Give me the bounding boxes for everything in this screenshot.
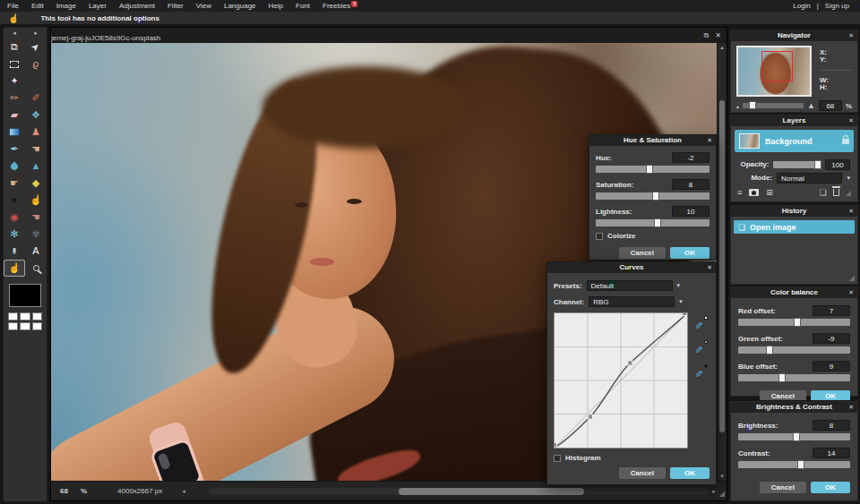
blue-offset-slider[interactable] <box>738 374 850 381</box>
green-offset-thumb[interactable] <box>766 346 773 355</box>
flower-tool[interactable]: ✾ <box>25 226 47 243</box>
patch-tool[interactable]: ❖ <box>25 107 47 124</box>
lock-icon[interactable] <box>842 139 849 144</box>
swatch[interactable] <box>20 322 30 330</box>
brush-tool[interactable]: ✐ <box>25 90 47 107</box>
smudge-hand-tool[interactable]: ☚ <box>25 141 47 158</box>
sponge-tool[interactable]: ◆ <box>25 175 47 192</box>
finger-tool[interactable]: ☛ <box>4 175 25 192</box>
blue-offset-value[interactable]: 9 <box>813 361 850 372</box>
vertical-scroll-thumb[interactable] <box>719 100 725 433</box>
menu-item-edit[interactable]: Edit <box>31 2 44 10</box>
type-tool[interactable]: A <box>25 243 47 260</box>
chevron-down-icon[interactable]: ▾ <box>847 175 850 182</box>
burn-tool[interactable]: ● <box>4 192 25 209</box>
curve-graph[interactable] <box>554 312 688 448</box>
zoom-tool[interactable] <box>25 260 47 277</box>
lightness-slider[interactable] <box>596 219 710 226</box>
gradient-tool[interactable] <box>4 124 25 141</box>
close-icon[interactable]: ✕ <box>848 287 854 298</box>
swatch[interactable] <box>20 312 30 320</box>
toolbar-expand-icon[interactable]: ▸ <box>25 28 47 38</box>
horizontal-scrollbar[interactable] <box>209 488 710 495</box>
menu-item-font[interactable]: Font <box>296 2 310 10</box>
red-offset-thumb[interactable] <box>794 318 801 327</box>
crop-tool[interactable]: ⧉ <box>4 38 25 56</box>
contrast-slider[interactable] <box>738 461 850 468</box>
close-icon[interactable]: ✕ <box>848 30 854 41</box>
resize-grip-icon[interactable]: ◢ <box>846 189 851 197</box>
colorize-checkbox[interactable] <box>596 233 603 240</box>
close-icon[interactable]: ✕ <box>848 115 854 126</box>
hand-red-tool[interactable]: ☚ <box>25 209 47 226</box>
menu-item-view[interactable]: View <box>196 2 211 10</box>
swatch[interactable] <box>32 312 42 320</box>
cancel-button[interactable]: Cancel <box>760 482 806 493</box>
contrast-value[interactable]: 14 <box>813 448 850 458</box>
toolbar-collapse-icon[interactable]: ◂ <box>4 28 25 38</box>
channel-select[interactable]: RBG <box>589 296 675 307</box>
white-point-dropper[interactable]: ✎ <box>694 316 708 329</box>
stamp-tool[interactable]: ♟ <box>25 124 47 141</box>
navigator-zoom-value[interactable]: 68 <box>819 100 842 111</box>
close-icon[interactable]: ✕ <box>848 206 854 217</box>
histogram-checkbox[interactable] <box>554 455 561 462</box>
brightness-thumb[interactable] <box>793 432 800 441</box>
eyedropper-tool[interactable]: ✒ <box>4 243 25 260</box>
blend-mode-select[interactable]: Normal <box>777 173 842 184</box>
menu-item-filter[interactable]: Filter <box>168 2 184 10</box>
eraser-tool[interactable]: ▰ <box>4 107 25 124</box>
hue-value[interactable]: -2 <box>672 152 710 163</box>
cancel-button[interactable]: Cancel <box>619 467 666 479</box>
scroll-right-icon[interactable]: ▸ <box>712 488 716 495</box>
marquee-tool[interactable] <box>4 56 25 73</box>
chevron-down-icon[interactable]: ▾ <box>677 282 681 289</box>
close-document-icon[interactable]: ✕ <box>715 31 721 39</box>
red-eye-tool[interactable]: ◉ <box>4 209 25 226</box>
hue-slider-thumb[interactable] <box>646 165 653 174</box>
layer-mask-icon[interactable] <box>749 189 759 196</box>
zoom-in-icon[interactable]: ▲ <box>807 101 815 110</box>
ok-button[interactable]: OK <box>811 482 850 493</box>
menu-item-help[interactable]: Help <box>269 2 283 10</box>
horizontal-scroll-thumb[interactable] <box>399 488 584 495</box>
menu-item-freebies[interactable]: Freebies5 <box>322 2 357 10</box>
swatch[interactable] <box>32 322 42 330</box>
point-tool[interactable]: ☝ <box>25 192 47 209</box>
navigator-thumbnail[interactable] <box>736 46 812 97</box>
blue-offset-thumb[interactable] <box>778 373 786 382</box>
signup-link[interactable]: Sign up <box>825 2 849 10</box>
new-layer-icon[interactable]: ❏ <box>820 188 827 197</box>
opacity-slider[interactable] <box>773 161 821 168</box>
new-adjustment-icon[interactable]: ⊞ <box>766 188 773 197</box>
scroll-down-icon[interactable]: ▾ <box>718 472 727 481</box>
login-link[interactable]: Login <box>793 2 811 10</box>
scroll-up-icon[interactable]: ▴ <box>718 43 727 52</box>
blur-tool[interactable] <box>4 158 25 175</box>
swatch[interactable] <box>8 322 18 330</box>
opacity-value[interactable]: 100 <box>825 159 850 170</box>
brightness-value[interactable]: 8 <box>813 420 850 431</box>
magic-wand-tool[interactable]: ✦ <box>4 73 25 90</box>
history-item-open-image[interactable]: ❏ Open image <box>734 220 855 234</box>
document-titlebar[interactable]: jernej-graj-juJOE58s9Gc-unsplash ⧉ ✕ <box>51 28 727 43</box>
move-tool[interactable]: ➤ <box>25 38 47 56</box>
menu-item-layer[interactable]: Layer <box>89 2 107 10</box>
opacity-slider-thumb[interactable] <box>814 160 821 169</box>
close-icon[interactable]: ✕ <box>848 402 854 413</box>
gray-point-dropper[interactable]: ✎ <box>694 340 708 354</box>
saturation-value[interactable]: 8 <box>672 179 710 190</box>
close-icon[interactable]: ✕ <box>707 135 712 146</box>
cancel-button[interactable]: Cancel <box>619 247 666 259</box>
red-offset-slider[interactable] <box>738 319 850 326</box>
lasso-tool[interactable]: ϱ <box>25 56 47 73</box>
resize-grip-icon[interactable]: ◢ <box>719 490 725 498</box>
zoom-out-icon[interactable]: ▴ <box>736 103 739 109</box>
saturation-slider-thumb[interactable] <box>652 192 659 201</box>
navigator-zoom-thumb[interactable] <box>749 101 756 109</box>
navigator-zoom-slider[interactable] <box>743 103 804 108</box>
healing-tool[interactable]: ✒ <box>4 141 25 158</box>
hand-tool[interactable]: ☝ <box>4 260 25 277</box>
layer-styles-icon[interactable]: ≡ <box>737 188 742 197</box>
hue-slider[interactable] <box>596 166 710 173</box>
